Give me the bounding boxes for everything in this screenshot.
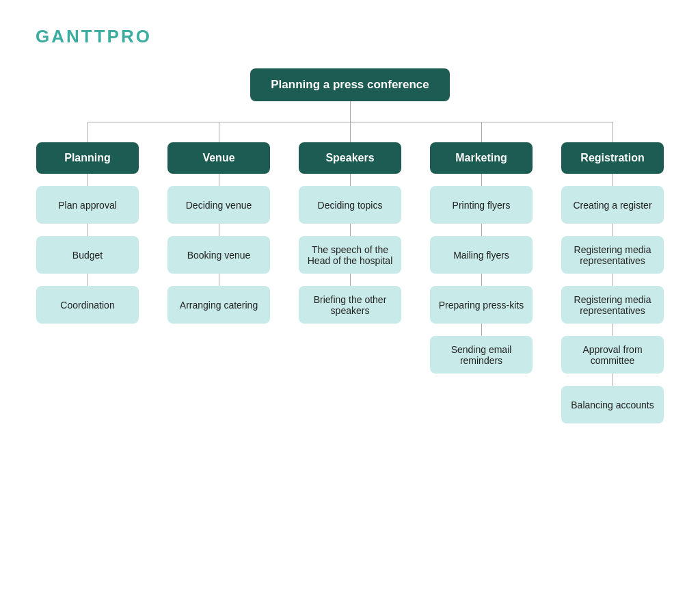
child-node-planning-1: Budget <box>36 236 139 274</box>
v-line-top-planning <box>88 122 88 142</box>
children-marketing: Printing flyersMailing flyersPreparing p… <box>430 174 533 374</box>
child-connector-venue-0 <box>219 174 219 186</box>
logo: GANTTPRO <box>36 26 152 47</box>
v-line-top-speakers <box>350 122 351 142</box>
child-node-planning-0: Plan approval <box>36 186 139 224</box>
child-node-marketing-1: Mailing flyers <box>430 236 533 274</box>
child-node-venue-1: Booking venue <box>167 236 270 274</box>
child-connector-venue-2 <box>219 274 219 286</box>
child-connector-marketing-3 <box>481 324 482 336</box>
child-node-registration-4: Balancing accounts <box>561 386 664 423</box>
category-registration: Registration <box>561 142 664 174</box>
child-connector-planning-0 <box>88 174 88 186</box>
root-connector-line <box>350 101 351 122</box>
children-speakers: Deciding topicsThe speech of the Head of… <box>299 174 401 324</box>
column-speakers: SpeakersDeciding topicsThe speech of the… <box>284 122 416 324</box>
chart-container: Planning a press conference PlanningPlan… <box>0 68 700 589</box>
child-connector-speakers-2 <box>350 274 351 286</box>
child-node-registration-1: Registering media representatives <box>561 236 664 274</box>
category-venue: Venue <box>167 142 270 174</box>
children-planning: Plan approvalBudgetCoordination <box>36 174 139 324</box>
root-node: Planning a press conference <box>250 68 449 101</box>
child-connector-planning-2 <box>88 274 88 286</box>
child-connector-registration-3 <box>612 324 613 336</box>
child-node-speakers-0: Deciding topics <box>299 186 401 224</box>
children-venue: Deciding venueBooking venueArranging cat… <box>167 174 270 324</box>
child-node-marketing-2: Preparing press-kits <box>430 286 533 324</box>
child-node-speakers-1: The speech of the Head of the hospital <box>299 236 401 274</box>
child-connector-speakers-1 <box>350 224 351 236</box>
column-marketing: MarketingPrinting flyersMailing flyersPr… <box>416 122 547 374</box>
category-planning: Planning <box>36 142 139 174</box>
child-node-planning-2: Coordination <box>36 286 139 324</box>
column-planning: PlanningPlan approvalBudgetCoordination <box>22 122 153 324</box>
child-connector-registration-1 <box>612 224 613 236</box>
child-connector-marketing-1 <box>481 224 482 236</box>
v-line-top-marketing <box>481 122 482 142</box>
child-node-venue-0: Deciding venue <box>167 186 270 224</box>
child-connector-marketing-2 <box>481 274 482 286</box>
category-speakers: Speakers <box>299 142 401 174</box>
child-connector-planning-1 <box>88 224 88 236</box>
child-node-registration-0: Creating a register <box>561 186 664 224</box>
child-connector-registration-4 <box>612 374 613 386</box>
child-node-venue-2: Arranging catering <box>167 286 270 324</box>
category-marketing: Marketing <box>430 142 533 174</box>
child-connector-marketing-0 <box>481 174 482 186</box>
children-row: PlanningPlan approvalBudgetCoordinationV… <box>22 122 678 423</box>
child-node-registration-2: Registering media representatives <box>561 286 664 324</box>
children-registration: Creating a registerRegistering media rep… <box>561 174 664 423</box>
child-node-registration-3: Approval from committee <box>561 336 664 374</box>
child-node-marketing-0: Printing flyers <box>430 186 533 224</box>
v-line-top-registration <box>612 122 613 142</box>
child-node-speakers-2: Briefing the other speakers <box>299 286 401 324</box>
child-connector-speakers-0 <box>350 174 351 186</box>
child-node-marketing-3: Sending email reminders <box>430 336 533 374</box>
column-venue: VenueDeciding venueBooking venueArrangin… <box>153 122 284 324</box>
child-connector-registration-0 <box>612 174 613 186</box>
v-line-top-venue <box>219 122 219 142</box>
child-connector-venue-1 <box>219 224 219 236</box>
child-connector-registration-2 <box>612 274 613 286</box>
column-registration: RegistrationCreating a registerRegisteri… <box>547 122 678 423</box>
